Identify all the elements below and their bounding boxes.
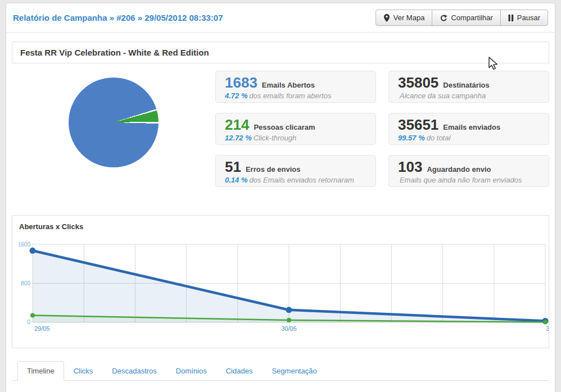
share-label: Compartilhar (451, 13, 492, 22)
data-point (30, 313, 35, 317)
tab-clicks[interactable]: Clicks (64, 361, 103, 381)
stat-card-destinatarios: 35805Destinatários Alcance da sua campan… (388, 71, 549, 103)
tab-segmentacao[interactable]: Segmentação (262, 361, 326, 381)
share-icon (440, 14, 447, 22)
report-page: Relatório de Campanha » #206 » 29/05/201… (6, 3, 555, 392)
stat-value: 1683 (225, 74, 257, 92)
y-tick-1600: 1600 (19, 241, 30, 248)
report-tabs: Timeline Clicks Descadastros Domínios Ci… (12, 360, 549, 381)
stat-label: Emails Abertos (262, 81, 315, 89)
chart-title: Aberturas x Clicks (19, 222, 546, 231)
stat-percent: 12.72 % (225, 134, 252, 142)
stat-detail: Alcance da sua campanha (400, 92, 486, 100)
stat-value: 214 (225, 116, 249, 134)
x-label-31-05: 31/05 (546, 325, 549, 332)
data-point (286, 307, 292, 313)
tab-cidades[interactable]: Cidades (216, 361, 263, 381)
pie-area (12, 71, 215, 187)
tab-dominios[interactable]: Domínios (166, 361, 216, 381)
data-point (543, 320, 548, 325)
stat-percent: 4.72 % (225, 92, 247, 100)
stat-detail: dos emails foram abertos (249, 92, 331, 100)
y-tick-800: 800 (21, 280, 30, 286)
map-pin-icon (383, 14, 390, 22)
campaign-title: Festa RR Vip Celebration - White & Red E… (12, 42, 549, 63)
timeline-chart-panel: Aberturas x Clicks 0 800 1600 29/05 30/0… (12, 215, 549, 348)
stat-detail: dos Emails enviados retornaram (249, 176, 354, 184)
stat-label: Destinatários (443, 81, 489, 89)
pause-label: Pausar (517, 13, 540, 22)
content: Festa RR Vip Celebration - White & Red E… (6, 33, 555, 381)
x-label-30-05: 30/05 (281, 325, 297, 332)
pause-icon (508, 15, 514, 21)
stat-value: 35651 (398, 116, 438, 134)
data-point (287, 318, 291, 322)
stat-label: Emails enviados (443, 123, 500, 131)
stat-value: 103 (398, 158, 422, 176)
y-tick-0: 0 (27, 319, 30, 325)
view-map-label: Ver Mapa (393, 13, 425, 22)
header-actions: Ver Mapa Compartilhar Pausar (375, 10, 548, 26)
stat-percent: 0.14 % (225, 176, 247, 184)
stat-detail: Emails que ainda não foram enviados (400, 176, 522, 184)
stats-grid: 1683Emails Abertos 4.72 %dos emails fora… (215, 71, 549, 187)
stat-value: 35805 (398, 74, 438, 92)
opens-clicks-line-chart: 0 800 1600 29/05 30/05 31/05 (19, 239, 549, 335)
breadcrumb[interactable]: Relatório de Campanha » #206 » 29/05/201… (13, 13, 223, 22)
stat-label: Erros de envios (246, 165, 301, 174)
header-bar: Relatório de Campanha » #206 » 29/05/201… (6, 3, 555, 33)
tab-descadastros[interactable]: Descadastros (102, 361, 166, 381)
stat-card-pessoas-clicaram: 214Pessoas clicaram 12.72 %Click-through (215, 113, 376, 145)
stat-detail: Click-through (254, 134, 297, 142)
stat-detail: do total (427, 134, 451, 142)
stat-label: Aguardando envio (427, 165, 491, 174)
data-point (30, 248, 36, 254)
pause-button[interactable]: Pausar (500, 10, 548, 26)
tab-timeline[interactable]: Timeline (17, 361, 64, 381)
stat-card-aguardando-envio: 103Aguardando envio Emails que ainda não… (388, 155, 549, 187)
stat-label: Pessoas clicaram (254, 123, 315, 131)
x-label-29-05: 29/05 (34, 325, 50, 332)
stat-card-emails-abertos: 1683Emails Abertos 4.72 %dos emails fora… (215, 71, 376, 103)
stat-card-erros-envio: 51Erros de envios 0.14 %dos Emails envia… (215, 155, 376, 187)
stat-value: 51 (225, 158, 241, 176)
stat-percent: 99.57 % (398, 134, 425, 142)
stats-section: 1683Emails Abertos 4.72 %dos emails fora… (12, 71, 549, 187)
share-button[interactable]: Compartilhar (432, 10, 500, 26)
opens-pie-chart (69, 78, 159, 167)
stat-card-emails-enviados: 35651Emails enviados 99.57 %do total (388, 113, 549, 145)
view-map-button[interactable]: Ver Mapa (375, 10, 433, 26)
